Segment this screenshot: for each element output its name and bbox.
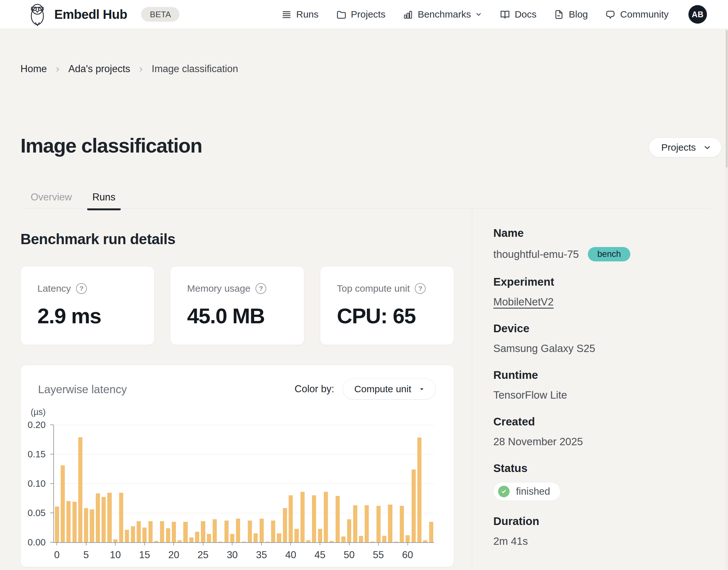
latency-bar[interactable]	[96, 493, 100, 542]
nav-item-runs[interactable]: Runs	[281, 9, 319, 20]
latency-bar[interactable]	[329, 541, 334, 542]
bar-slot	[142, 425, 148, 542]
tab-overview[interactable]: Overview	[20, 186, 82, 208]
bar-slot	[253, 425, 259, 542]
help-icon[interactable]: ?	[415, 283, 426, 294]
latency-bar[interactable]	[101, 497, 106, 542]
latency-bar[interactable]	[66, 501, 70, 542]
latency-bar[interactable]	[417, 438, 422, 542]
breadcrumb-item[interactable]: Home	[20, 63, 47, 75]
latency-bar[interactable]	[335, 496, 340, 542]
latency-bar[interactable]	[125, 530, 129, 542]
latency-bar[interactable]	[265, 542, 269, 542]
latency-bar[interactable]	[195, 532, 199, 542]
latency-bar[interactable]	[143, 528, 147, 542]
user-avatar[interactable]: AB	[688, 5, 707, 24]
color-by-select[interactable]: Compute unit	[342, 378, 436, 399]
latency-bar[interactable]	[406, 535, 410, 542]
owl-logo-icon[interactable]	[28, 3, 47, 26]
latency-bar[interactable]	[218, 542, 223, 542]
projects-dropdown-button[interactable]: Projects	[649, 137, 722, 157]
latency-bar[interactable]	[271, 521, 275, 542]
latency-bar[interactable]	[183, 522, 188, 542]
latency-bar[interactable]	[283, 508, 287, 542]
latency-bar[interactable]	[242, 542, 246, 542]
latency-bar[interactable]	[189, 537, 194, 542]
latency-bar[interactable]	[359, 536, 363, 542]
latency-bar[interactable]	[277, 533, 281, 542]
nav-item-benchmarks[interactable]: Benchmarks	[403, 9, 482, 20]
bar-slot	[60, 425, 65, 542]
breadcrumb-item[interactable]: Ada's projects	[68, 63, 130, 75]
latency-bar[interactable]	[172, 522, 176, 542]
latency-bar[interactable]	[149, 521, 153, 542]
bar-slot	[206, 425, 212, 542]
latency-bar[interactable]	[365, 505, 369, 542]
latency-bar[interactable]	[394, 542, 398, 542]
experiment-link[interactable]: MobileNetV2	[493, 296, 554, 308]
latency-bar[interactable]	[137, 521, 141, 542]
nav-item-projects[interactable]: Projects	[336, 9, 386, 20]
nav-item-docs[interactable]: Docs	[500, 9, 536, 20]
latency-bar[interactable]	[289, 495, 293, 542]
y-tick-label: 0.15	[28, 449, 46, 460]
latency-bar[interactable]	[90, 509, 94, 542]
scrollbar-thumb[interactable]	[726, 30, 728, 168]
app-header: Embedl Hub BETA RunsProjectsBenchmarksDo…	[0, 0, 728, 29]
chat-icon	[605, 9, 616, 20]
help-icon[interactable]: ?	[255, 283, 266, 294]
latency-bar[interactable]	[78, 437, 82, 542]
latency-bar[interactable]	[248, 521, 252, 542]
latency-bar[interactable]	[294, 529, 298, 542]
latency-bar[interactable]	[382, 536, 386, 542]
latency-bar[interactable]	[113, 539, 117, 542]
latency-bar[interactable]	[72, 502, 77, 542]
latency-bar[interactable]	[131, 526, 135, 542]
latency-bar[interactable]	[371, 542, 375, 542]
latency-bar[interactable]	[412, 470, 416, 542]
latency-bar[interactable]	[178, 540, 182, 542]
x-tick-label: 40	[285, 549, 296, 561]
latency-bar[interactable]	[236, 519, 240, 542]
latency-bar[interactable]	[306, 540, 310, 542]
nav-item-blog[interactable]: Blog	[554, 9, 588, 20]
latency-bar[interactable]	[230, 534, 234, 542]
x-tick-label: 35	[256, 549, 267, 561]
bar-slot	[89, 425, 95, 542]
latency-bar[interactable]	[353, 505, 357, 542]
bar-slot	[370, 425, 376, 542]
latency-bar[interactable]	[224, 521, 229, 542]
latency-bar[interactable]	[207, 534, 211, 542]
latency-bar[interactable]	[377, 506, 381, 542]
nav-item-community[interactable]: Community	[605, 9, 669, 20]
latency-bar[interactable]	[312, 495, 316, 542]
latency-bar[interactable]	[423, 540, 427, 542]
latency-bar[interactable]	[341, 537, 345, 542]
stat-value: 45.0 MB	[187, 303, 292, 328]
latency-bar[interactable]	[260, 519, 264, 542]
latency-bar[interactable]	[107, 493, 111, 542]
latency-bar[interactable]	[318, 529, 322, 542]
bar-slot	[148, 425, 153, 542]
latency-bar[interactable]	[201, 521, 205, 542]
latency-bar[interactable]	[61, 465, 65, 542]
latency-bar[interactable]	[429, 522, 433, 542]
tab-runs[interactable]: Runs	[82, 186, 126, 208]
latency-bar[interactable]	[213, 519, 217, 542]
latency-bar[interactable]	[154, 541, 158, 542]
latency-bar[interactable]	[300, 492, 305, 542]
help-icon[interactable]: ?	[76, 283, 87, 294]
latency-bar[interactable]	[254, 533, 258, 542]
bar-slot	[153, 425, 159, 542]
latency-bar[interactable]	[84, 508, 88, 542]
sidebar-group-device: DeviceSamsung Galaxy S25	[493, 322, 710, 354]
latency-bar[interactable]	[160, 521, 164, 542]
latency-bar[interactable]	[166, 528, 170, 542]
brand-title[interactable]: Embedl Hub	[54, 7, 127, 22]
latency-bar[interactable]	[119, 493, 123, 542]
latency-bar[interactable]	[400, 506, 404, 542]
latency-bar[interactable]	[347, 519, 351, 542]
latency-bar[interactable]	[388, 505, 392, 542]
latency-bar[interactable]	[55, 507, 59, 542]
latency-bar[interactable]	[324, 492, 328, 542]
